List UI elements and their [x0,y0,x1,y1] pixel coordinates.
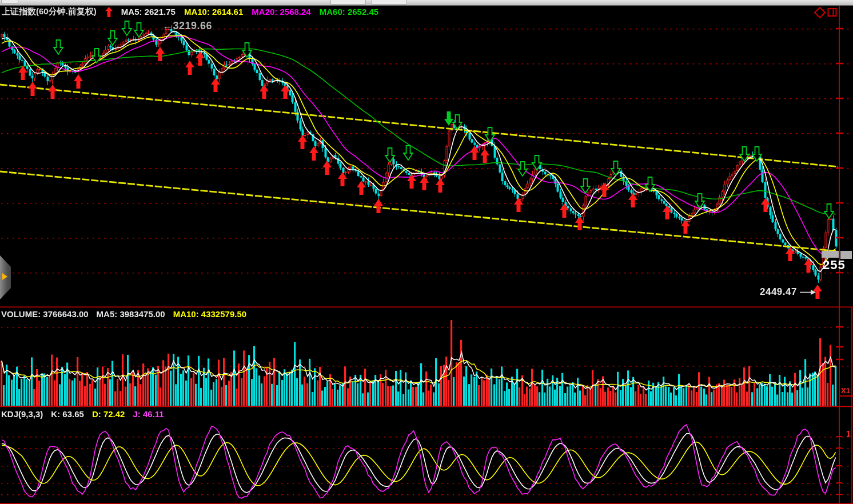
kdj-d-value: D: 72.42 [92,409,125,419]
kdj-k-value: K: 63.65 [51,409,84,419]
left-arrow-icon: ← [162,20,173,31]
kdj-name: KDJ(9,3,3) [1,409,43,419]
trading-app-window: 上证指数(60分钟.前复权) MA5: 2621.75 MA10: 2614.6… [0,0,853,504]
ma5-value: MA5: 2621.75 [121,7,176,17]
top-toolbar-strip [0,0,853,6]
chart-title-bar: 上证指数(60分钟.前复权) MA5: 2621.75 MA10: 2614.6… [2,6,378,17]
expand-arrow-icon [2,273,7,280]
up-arrow-icon [105,7,113,17]
toolbar-segment [330,0,366,5]
kdj-header: KDJ(9,3,3) K: 63.65 D: 72.42 J: 46.11 [1,409,164,419]
volume-ma5-value: MA5: 3983475.00 [97,309,165,319]
highest-price-label: ←3219.66 [162,21,212,31]
kdj-axis-label: 1 [846,430,851,438]
ma20-value: MA20: 2568.24 [252,7,310,17]
volume-header: VOLUME: 3766643.00 MA5: 3983475.00 MA10:… [1,309,246,319]
kdj-j-value: J: 46.11 [133,409,164,419]
volume-scale-label: X1 [841,387,850,394]
ma10-value: MA10: 2614.61 [184,7,243,17]
lowest-price-label: 2449.47 [760,287,797,297]
diamond-icon[interactable] [814,7,826,18]
symbol-title: 上证指数(60分钟.前复权) [2,6,97,17]
volume-value: VOLUME: 3766643.00 [1,309,89,319]
toolbar-segment [372,0,407,5]
split-window-icon[interactable] [827,7,837,17]
chart-canvas[interactable] [0,0,853,504]
volume-ma10-value: MA10: 4332579.50 [173,309,246,319]
ma60-value: MA60: 2652.45 [320,7,378,17]
last-price-tag: 255 [823,259,846,271]
toolbar-segment [1,0,18,3]
